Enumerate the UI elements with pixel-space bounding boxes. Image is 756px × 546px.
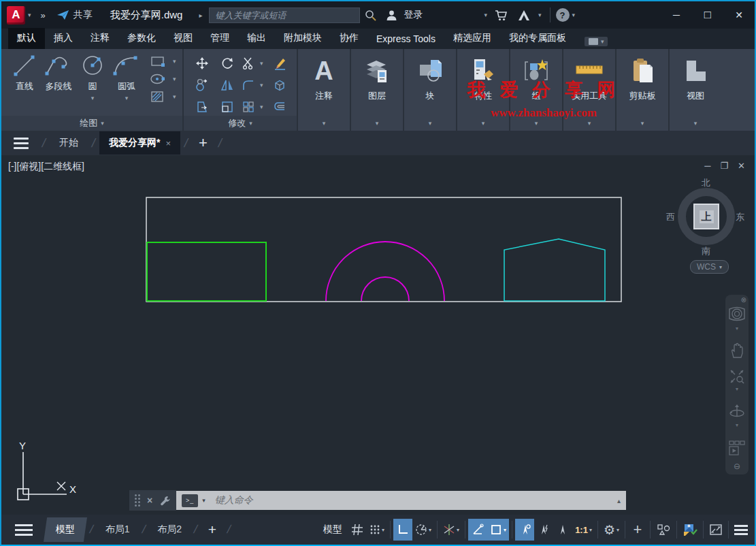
block-panel-caret-icon[interactable]: ▾ — [429, 120, 432, 127]
draw-panel-title[interactable]: 绘图 ▾ — [1, 116, 182, 131]
clean-screen-button[interactable] — [706, 519, 725, 541]
ribbon-tab-参数化[interactable]: 参数化 — [118, 28, 165, 49]
polyline-tool[interactable]: 多段线 — [42, 53, 75, 116]
maximize-button[interactable]: □ — [692, 3, 723, 27]
command-dock-handle[interactable]: × — [129, 490, 176, 511]
autodesk-caret-icon[interactable]: ▾ — [538, 12, 542, 18]
modify-panel-title[interactable]: 修改 ▾ — [184, 116, 297, 131]
orbit-tool[interactable]: ▾ — [728, 403, 746, 430]
login-caret-icon[interactable]: ▾ — [484, 12, 487, 18]
command-close-icon[interactable]: × — [147, 495, 152, 506]
viewcube-top-face[interactable]: 上 — [693, 204, 719, 229]
view-panel-caret-icon[interactable]: ▾ — [694, 120, 697, 127]
layout-tab-布局2[interactable]: 布局2 — [148, 517, 191, 542]
ucs-icon[interactable]: Y X — [7, 440, 82, 505]
annotation-scale-icon-button[interactable] — [553, 519, 572, 541]
viewport-controls-label[interactable]: [-][俯视][二维线框] — [8, 161, 84, 173]
new-tab-button[interactable]: + — [199, 134, 208, 152]
navbar-collapse-icon[interactable]: ⊖ — [734, 462, 740, 471]
trim-tool[interactable]: ▾ — [242, 54, 266, 71]
groups-panel[interactable]: 组 ▾ — [510, 49, 562, 131]
arc-flyout-caret-icon[interactable]: ▾ — [125, 95, 129, 101]
ribbon-tab-默认[interactable]: 默认 — [8, 28, 45, 49]
annotate-panel[interactable]: A 注释 ▾ — [298, 49, 350, 131]
erase-tool[interactable] — [269, 54, 291, 71]
viewcube-west[interactable]: 西 — [666, 211, 675, 223]
ribbon-tab-协作[interactable]: 协作 — [331, 28, 367, 49]
line-tool[interactable]: 直线 — [8, 53, 41, 116]
ribbon-tab-输出[interactable]: 输出 — [238, 28, 275, 49]
ribbon-tab-附加模块[interactable]: 附加模块 — [275, 28, 331, 49]
drawing-entities[interactable] — [1, 155, 755, 515]
layout-menu-icon[interactable] — [15, 524, 33, 536]
arc-tool[interactable]: 圆弧 ▾ — [110, 53, 143, 116]
snap-mode-toggle[interactable]: ▾ — [367, 519, 387, 541]
dock-grip-icon[interactable] — [135, 494, 140, 507]
properties-panel-caret-icon[interactable]: ▾ — [482, 120, 485, 127]
new-layout-button[interactable]: + — [208, 521, 216, 538]
ellipse-flyout-caret-icon[interactable]: ▾ — [173, 76, 176, 82]
auto-annotation-scale-toggle[interactable] — [534, 519, 553, 541]
viewcube[interactable]: 北 南 西 东 上 — [669, 177, 744, 256]
file-tabs-menu-icon[interactable] — [14, 138, 29, 149]
fillet-tool[interactable]: ▾ — [242, 76, 266, 93]
viewcube-north[interactable]: 北 — [702, 177, 710, 189]
rectangle-flyout-caret-icon[interactable]: ▾ — [173, 58, 176, 65]
search-input[interactable] — [209, 7, 360, 23]
help-icon[interactable]: ? — [556, 8, 570, 22]
annotation-visibility-toggle[interactable] — [515, 519, 534, 541]
scale-tool[interactable] — [216, 99, 238, 116]
layout-tab-模型[interactable]: 模型 — [44, 517, 87, 542]
view-panel[interactable]: 视图 ▾ — [670, 49, 721, 131]
outer-rectangle[interactable] — [146, 197, 621, 302]
showmotion-tool[interactable] — [728, 439, 746, 457]
search-icon[interactable] — [365, 10, 376, 21]
viewcube-south[interactable]: 南 — [702, 245, 710, 257]
model-space-button[interactable]: 模型 — [318, 524, 348, 536]
ribbon-tab-Express Tools[interactable]: Express Tools — [367, 29, 444, 49]
ribbon-display-toggle[interactable]: ▾ — [585, 37, 608, 46]
model-canvas[interactable]: [-][俯视][二维线框] ─ ❐ ✕ 北 南 西 东 上 WCS ▾ ⊗ — [1, 155, 755, 515]
object-snap-tracking-toggle[interactable] — [468, 519, 487, 541]
viewport-close-icon[interactable]: ✕ — [738, 161, 745, 171]
green-rectangle[interactable] — [147, 242, 266, 301]
object-snap-toggle[interactable]: ▾ — [487, 519, 509, 541]
utilities-panel[interactable]: 实用工具 ▾ — [563, 49, 615, 131]
block-panel[interactable]: 块 ▾ — [404, 49, 456, 131]
layout-tab-布局1[interactable]: 布局1 — [96, 517, 139, 542]
copy-tool[interactable] — [191, 76, 213, 93]
rotate-tool[interactable] — [216, 54, 238, 71]
large-magenta-arc[interactable] — [326, 242, 444, 301]
ribbon-tab-注释[interactable]: 注释 — [82, 28, 118, 49]
osnap-caret-icon[interactable]: ▾ — [504, 527, 506, 533]
isometric-drafting-toggle[interactable]: ▾ — [440, 519, 462, 541]
close-button[interactable]: ✕ — [723, 3, 755, 27]
utilities-panel-caret-icon[interactable]: ▾ — [588, 120, 591, 127]
graphics-performance-button[interactable] — [680, 519, 700, 541]
ribbon-tab-我的专属面板[interactable]: 我的专属面板 — [500, 28, 575, 49]
mirror-tool[interactable] — [216, 76, 238, 93]
app-menu-caret-icon[interactable]: ▾ — [28, 12, 31, 18]
move-tool[interactable] — [191, 54, 213, 71]
polar-caret-icon[interactable]: ▾ — [429, 527, 431, 533]
tab-start[interactable]: 开始 — [50, 131, 88, 155]
help-caret-icon[interactable]: ▾ — [572, 12, 576, 18]
ribbon-tab-管理[interactable]: 管理 — [201, 28, 238, 49]
offset-tool[interactable] — [269, 99, 291, 116]
circle-tool[interactable]: 圆 ▾ — [76, 53, 109, 116]
stretch-tool[interactable] — [191, 99, 213, 116]
annotate-panel-caret-icon[interactable]: ▾ — [323, 120, 326, 127]
ribbon-tab-插入[interactable]: 插入 — [45, 28, 82, 49]
circle-flyout-caret-icon[interactable]: ▾ — [91, 95, 95, 101]
ellipse-tool[interactable]: ▾ — [150, 72, 179, 86]
ribbon-tab-精选应用[interactable]: 精选应用 — [444, 28, 500, 49]
polar-tracking-toggle[interactable]: ▾ — [412, 519, 434, 541]
grid-display-toggle[interactable] — [348, 519, 367, 541]
annotation-scale-value[interactable]: 1:1 ▾ — [572, 519, 595, 541]
workspace-switching-button[interactable]: ⚙ ▾ — [601, 519, 622, 541]
command-history-icon[interactable]: ▴ — [617, 497, 621, 504]
cyan-house-polygon[interactable] — [504, 239, 605, 301]
isolate-objects-button[interactable] — [653, 519, 674, 541]
ribbon-tab-视图[interactable]: 视图 — [165, 28, 201, 49]
hatch-tool[interactable]: ▾ — [150, 90, 179, 103]
